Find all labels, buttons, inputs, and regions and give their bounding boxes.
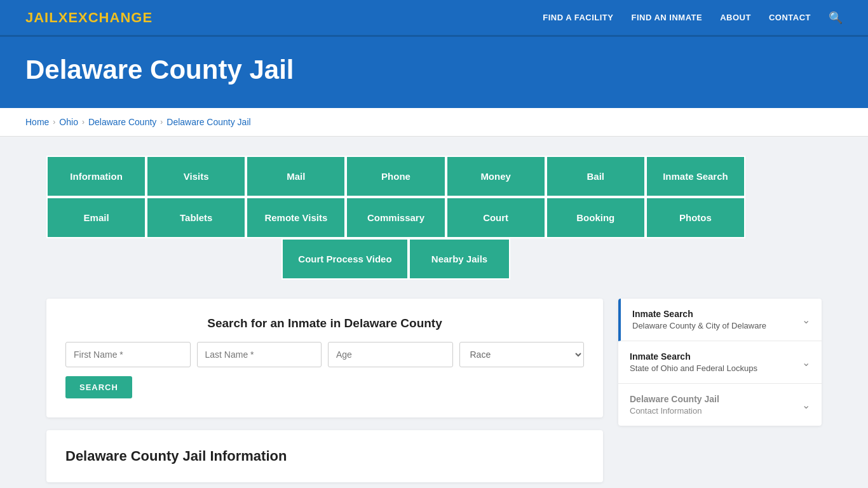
nav-contact[interactable]: CONTACT [769,13,811,22]
button-row-3: Court Process Video Nearby Jails [46,238,745,280]
btn-court-process-video[interactable]: Court Process Video [281,238,409,280]
info-title: Delaware County Jail Information [65,448,584,464]
sidebar-item-text-2: Inmate Search State of Ohio and Federal … [630,351,757,373]
main-layout: Search for an Inmate in Delaware County … [46,299,822,482]
site-logo[interactable]: JAILXEXCHANGE [25,10,153,26]
breadcrumb-delaware-county[interactable]: Delaware County [88,117,156,127]
chevron-down-icon-2: ⌄ [802,356,810,369]
sidebar-item-subtitle-3: Contact Information [630,406,719,416]
btn-inmate-search[interactable]: Inmate Search [646,156,745,197]
search-box: Search for an Inmate in Delaware County … [46,299,603,417]
logo-exchange: EXCHANGE [68,10,153,25]
first-name-input[interactable] [65,342,191,367]
sidebar-item-title-1: Inmate Search [632,309,766,319]
sidebar-item-title-2: Inmate Search [630,351,757,362]
logo-x: X [58,10,69,25]
breadcrumb-home[interactable]: Home [25,117,49,127]
main-nav: FIND A FACILITY FIND AN INMATE ABOUT CON… [543,11,843,25]
content-wrapper: Information Visits Mail Phone Money Bail… [21,137,847,488]
breadcrumb-ohio[interactable]: Ohio [59,117,78,127]
sidebar-item-text-3: Delaware County Jail Contact Information [630,394,719,416]
sidebar-item-subtitle-2: State of Ohio and Federal Lockups [630,363,757,373]
page-title: Delaware County Jail [25,55,843,85]
breadcrumb-current: Delaware County Jail [166,117,250,127]
btn-tablets[interactable]: Tablets [146,197,246,238]
search-title: Search for an Inmate in Delaware County [65,316,584,330]
breadcrumb-sep-3: › [160,118,163,126]
sidebar-card: Inmate Search Delaware County & City of … [618,299,822,426]
btn-visits[interactable]: Visits [146,156,246,197]
button-row-1: Information Visits Mail Phone Money Bail… [46,156,745,197]
sidebar-item-text-1: Inmate Search Delaware County & City of … [632,309,766,330]
btn-information[interactable]: Information [46,156,146,197]
chevron-down-icon-1: ⌄ [802,314,810,326]
btn-email[interactable]: Email [46,197,146,238]
search-fields: Race White Black Hispanic Asian Other [65,342,584,367]
hero-section: Delaware County Jail [0,37,868,108]
sidebar-item-subtitle-1: Delaware County & City of Delaware [632,321,766,330]
age-input[interactable] [328,342,453,367]
left-column: Search for an Inmate in Delaware County … [46,299,603,482]
btn-nearby-jails[interactable]: Nearby Jails [409,238,510,280]
button-grid: Information Visits Mail Phone Money Bail… [46,156,745,280]
btn-bail[interactable]: Bail [546,156,646,197]
nav-find-inmate[interactable]: FIND AN INMATE [631,13,702,22]
search-button[interactable]: SEARCH [65,376,132,398]
right-sidebar: Inmate Search Delaware County & City of … [618,299,822,426]
sidebar-item-inmate-search-delaware[interactable]: Inmate Search Delaware County & City of … [618,299,822,341]
btn-commissary[interactable]: Commissary [346,197,445,238]
nav-about[interactable]: ABOUT [720,13,751,22]
site-header: JAILXEXCHANGE FIND A FACILITY FIND AN IN… [0,0,868,37]
last-name-input[interactable] [197,342,322,367]
btn-photos[interactable]: Photos [646,197,745,238]
search-icon[interactable]: 🔍 [829,11,843,25]
nav-find-facility[interactable]: FIND A FACILITY [543,13,613,22]
breadcrumb-sep-1: › [53,118,55,126]
btn-remote-visits[interactable]: Remote Visits [246,197,346,238]
sidebar-item-inmate-search-ohio[interactable]: Inmate Search State of Ohio and Federal … [618,341,822,384]
btn-mail[interactable]: Mail [246,156,346,197]
btn-money[interactable]: Money [446,156,546,197]
sidebar-item-title-3: Delaware County Jail [630,394,719,404]
chevron-down-icon-3: ⌄ [802,399,810,411]
breadcrumb-sep-2: › [82,118,85,126]
race-select[interactable]: Race White Black Hispanic Asian Other [459,342,585,367]
breadcrumb-bar: Home › Ohio › Delaware County › Delaware… [0,108,868,137]
sidebar-item-contact-info[interactable]: Delaware County Jail Contact Information… [618,384,822,426]
btn-court[interactable]: Court [446,197,546,238]
button-row-2: Email Tablets Remote Visits Commissary C… [46,197,745,238]
btn-phone[interactable]: Phone [346,156,445,197]
info-section: Delaware County Jail Information [46,430,603,482]
breadcrumb: Home › Ohio › Delaware County › Delaware… [25,117,843,127]
logo-jail: JAIL [25,10,58,25]
btn-booking[interactable]: Booking [546,197,646,238]
